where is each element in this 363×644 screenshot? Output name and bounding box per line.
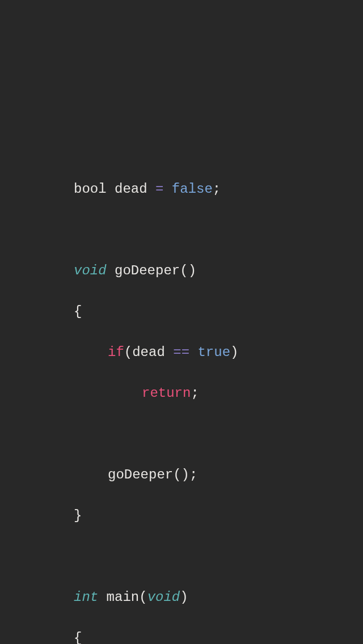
blank-line bbox=[74, 546, 363, 567]
token-call: goDeeper(); bbox=[108, 467, 197, 482]
code-line-9: } bbox=[74, 506, 363, 526]
blank-line bbox=[74, 424, 363, 444]
token-type: void bbox=[74, 263, 107, 278]
code-line-11: int main(void) bbox=[74, 587, 363, 608]
token-keyword: return bbox=[142, 385, 191, 401]
token-punct: ) bbox=[180, 590, 188, 605]
token-brace: { bbox=[74, 304, 82, 319]
token-punct: () bbox=[180, 263, 196, 278]
token-punct: ; bbox=[213, 181, 221, 197]
token-operator: = bbox=[155, 181, 163, 197]
token-type: int bbox=[74, 590, 98, 605]
token-punct: ( bbox=[124, 345, 132, 360]
code-line-1: bool dead = false; bbox=[74, 179, 363, 200]
token-identifier: goDeeper bbox=[107, 263, 180, 278]
code-editor: bool dead = false; void goDeeper() { if(… bbox=[0, 0, 363, 644]
token-type: void bbox=[147, 590, 180, 605]
code-line-4: { bbox=[74, 302, 363, 322]
token-brace: } bbox=[74, 508, 82, 523]
token-type: bool bbox=[74, 181, 107, 197]
token-punct: ; bbox=[191, 385, 199, 401]
code-line-3: void goDeeper() bbox=[74, 261, 363, 281]
blank-line bbox=[74, 220, 363, 240]
token-keyword: if bbox=[108, 345, 124, 360]
code-line-5: if(dead == true) bbox=[74, 342, 363, 363]
token-boolean: true bbox=[189, 345, 230, 360]
token-punct: ) bbox=[230, 345, 238, 360]
code-line-8: goDeeper(); bbox=[74, 465, 363, 485]
token-identifier: main( bbox=[98, 590, 147, 605]
token-brace: { bbox=[74, 630, 82, 644]
code-line-6: return; bbox=[74, 383, 363, 404]
code-line-12: { bbox=[74, 628, 363, 644]
token-identifier: dead bbox=[107, 181, 155, 197]
token-identifier: dead bbox=[132, 345, 173, 360]
token-boolean: false bbox=[163, 181, 212, 197]
token-operator: == bbox=[173, 345, 189, 360]
